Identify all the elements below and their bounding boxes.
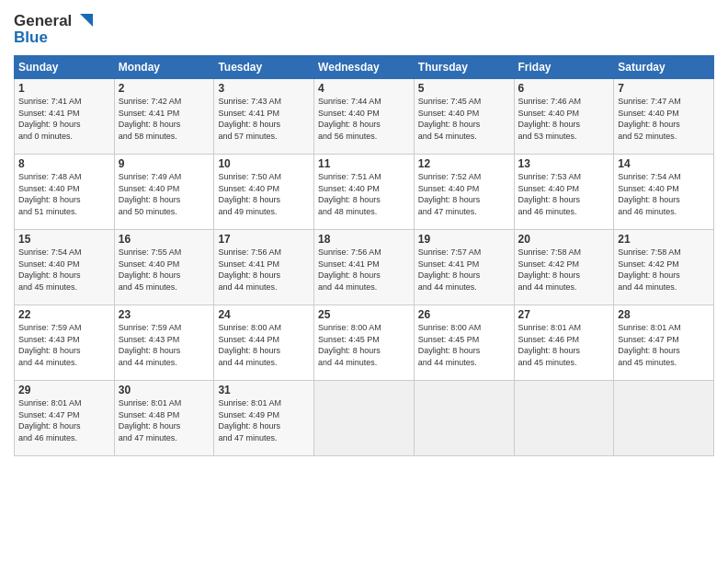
calendar-cell: 11Sunrise: 7:51 AMSunset: 4:40 PMDayligh… [314,155,415,230]
day-info: Sunrise: 7:52 AMSunset: 4:40 PMDaylight:… [418,171,510,217]
calendar-cell: 3Sunrise: 7:43 AMSunset: 4:41 PMDaylight… [214,79,314,155]
logo-svg: GeneralBlue [14,9,97,48]
calendar-cell: 9Sunrise: 7:49 AMSunset: 4:40 PMDaylight… [114,155,214,230]
day-info: Sunrise: 7:41 AMSunset: 4:41 PMDaylight:… [18,96,110,142]
day-info: Sunrise: 8:01 AMSunset: 4:47 PMDaylight:… [618,322,710,368]
day-info: Sunrise: 7:55 AMSunset: 4:40 PMDaylight:… [119,247,210,293]
day-number: 16 [119,233,210,246]
calendar-week-row: 29Sunrise: 8:01 AMSunset: 4:47 PMDayligh… [15,381,714,456]
day-info: Sunrise: 7:48 AMSunset: 4:40 PMDaylight:… [18,171,110,217]
day-number: 17 [218,233,310,246]
day-info: Sunrise: 7:56 AMSunset: 4:41 PMDaylight:… [318,247,410,293]
calendar-cell: 19Sunrise: 7:57 AMSunset: 4:41 PMDayligh… [414,230,514,305]
day-info: Sunrise: 7:46 AMSunset: 4:40 PMDaylight:… [518,96,610,142]
calendar-cell: 15Sunrise: 7:54 AMSunset: 4:40 PMDayligh… [15,230,115,305]
day-number: 13 [518,157,610,170]
calendar-cell: 1Sunrise: 7:41 AMSunset: 4:41 PMDaylight… [15,79,115,155]
day-info: Sunrise: 7:44 AMSunset: 4:40 PMDaylight:… [318,96,410,142]
calendar-cell: 29Sunrise: 8:01 AMSunset: 4:47 PMDayligh… [15,381,115,456]
day-number: 21 [618,233,710,246]
day-info: Sunrise: 7:56 AMSunset: 4:41 PMDaylight:… [218,247,310,293]
day-number: 4 [318,82,410,95]
day-info: Sunrise: 7:59 AMSunset: 4:43 PMDaylight:… [119,322,210,368]
weekday-header-saturday: Saturday [614,56,714,79]
day-info: Sunrise: 8:01 AMSunset: 4:46 PMDaylight:… [518,322,610,368]
day-info: Sunrise: 7:57 AMSunset: 4:41 PMDaylight:… [418,247,510,293]
day-info: Sunrise: 7:50 AMSunset: 4:40 PMDaylight:… [218,171,310,217]
day-info: Sunrise: 7:58 AMSunset: 4:42 PMDaylight:… [518,247,610,293]
calendar-week-row: 1Sunrise: 7:41 AMSunset: 4:41 PMDaylight… [15,79,714,155]
day-number: 6 [518,82,610,95]
calendar-cell: 13Sunrise: 7:53 AMSunset: 4:40 PMDayligh… [514,155,614,230]
calendar-week-row: 22Sunrise: 7:59 AMSunset: 4:43 PMDayligh… [15,305,714,381]
calendar-cell: 7Sunrise: 7:47 AMSunset: 4:40 PMDaylight… [614,79,714,155]
calendar-cell [614,381,714,456]
svg-text:Blue: Blue [14,29,48,46]
calendar-cell: 18Sunrise: 7:56 AMSunset: 4:41 PMDayligh… [314,230,415,305]
logo: GeneralBlue [14,9,97,48]
calendar-container: GeneralBlue SundayMondayTuesdayWednesday… [0,0,728,563]
day-number: 11 [318,157,410,170]
day-info: Sunrise: 8:00 AMSunset: 4:45 PMDaylight:… [418,322,510,368]
day-number: 27 [518,308,610,321]
day-number: 31 [218,384,310,396]
calendar-cell: 24Sunrise: 8:00 AMSunset: 4:44 PMDayligh… [214,305,314,381]
weekday-header-sunday: Sunday [15,56,115,79]
svg-marker-2 [80,14,93,27]
day-number: 12 [418,157,510,170]
calendar-cell: 16Sunrise: 7:55 AMSunset: 4:40 PMDayligh… [114,230,214,305]
day-number: 10 [218,157,310,170]
day-number: 3 [218,82,310,95]
weekday-header-monday: Monday [114,56,214,79]
day-info: Sunrise: 7:54 AMSunset: 4:40 PMDaylight:… [18,247,110,293]
day-info: Sunrise: 8:01 AMSunset: 4:47 PMDaylight:… [18,397,110,443]
calendar-cell: 2Sunrise: 7:42 AMSunset: 4:41 PMDaylight… [114,79,214,155]
day-number: 23 [119,308,210,321]
day-number: 29 [18,384,110,396]
day-info: Sunrise: 7:47 AMSunset: 4:40 PMDaylight:… [618,96,710,142]
calendar-cell: 12Sunrise: 7:52 AMSunset: 4:40 PMDayligh… [414,155,514,230]
calendar-cell: 8Sunrise: 7:48 AMSunset: 4:40 PMDaylight… [15,155,115,230]
day-number: 18 [318,233,410,246]
calendar-cell: 23Sunrise: 7:59 AMSunset: 4:43 PMDayligh… [114,305,214,381]
calendar-cell: 30Sunrise: 8:01 AMSunset: 4:48 PMDayligh… [114,381,214,456]
calendar-cell: 26Sunrise: 8:00 AMSunset: 4:45 PMDayligh… [414,305,514,381]
calendar-cell: 6Sunrise: 7:46 AMSunset: 4:40 PMDaylight… [514,79,614,155]
weekday-header-friday: Friday [514,56,614,79]
calendar-cell [514,381,614,456]
day-number: 8 [18,157,110,170]
day-info: Sunrise: 7:42 AMSunset: 4:41 PMDaylight:… [119,96,210,142]
calendar-cell [314,381,415,456]
day-number: 28 [618,308,710,321]
calendar-cell: 5Sunrise: 7:45 AMSunset: 4:40 PMDaylight… [414,79,514,155]
calendar-cell: 27Sunrise: 8:01 AMSunset: 4:46 PMDayligh… [514,305,614,381]
day-number: 26 [418,308,510,321]
day-info: Sunrise: 7:49 AMSunset: 4:40 PMDaylight:… [119,171,210,217]
day-number: 20 [518,233,610,246]
day-number: 9 [119,157,210,170]
calendar-cell: 22Sunrise: 7:59 AMSunset: 4:43 PMDayligh… [15,305,115,381]
day-number: 15 [18,233,110,246]
calendar-header: GeneralBlue [14,9,714,48]
calendar-cell: 21Sunrise: 7:58 AMSunset: 4:42 PMDayligh… [614,230,714,305]
calendar-cell [414,381,514,456]
calendar-table: SundayMondayTuesdayWednesdayThursdayFrid… [14,55,714,456]
svg-text:General: General [14,12,72,29]
weekday-header-thursday: Thursday [414,56,514,79]
day-info: Sunrise: 8:00 AMSunset: 4:44 PMDaylight:… [218,322,310,368]
calendar-cell: 14Sunrise: 7:54 AMSunset: 4:40 PMDayligh… [614,155,714,230]
day-info: Sunrise: 7:59 AMSunset: 4:43 PMDaylight:… [18,322,110,368]
calendar-cell: 17Sunrise: 7:56 AMSunset: 4:41 PMDayligh… [214,230,314,305]
calendar-cell: 4Sunrise: 7:44 AMSunset: 4:40 PMDaylight… [314,79,415,155]
day-info: Sunrise: 7:54 AMSunset: 4:40 PMDaylight:… [618,171,710,217]
day-info: Sunrise: 8:01 AMSunset: 4:49 PMDaylight:… [218,397,310,443]
day-info: Sunrise: 8:00 AMSunset: 4:45 PMDaylight:… [318,322,410,368]
calendar-week-row: 15Sunrise: 7:54 AMSunset: 4:40 PMDayligh… [15,230,714,305]
day-number: 2 [119,82,210,95]
day-number: 1 [18,82,110,95]
calendar-week-row: 8Sunrise: 7:48 AMSunset: 4:40 PMDaylight… [15,155,714,230]
weekday-header-tuesday: Tuesday [214,56,314,79]
calendar-cell: 28Sunrise: 8:01 AMSunset: 4:47 PMDayligh… [614,305,714,381]
day-number: 19 [418,233,510,246]
day-info: Sunrise: 7:43 AMSunset: 4:41 PMDaylight:… [218,96,310,142]
